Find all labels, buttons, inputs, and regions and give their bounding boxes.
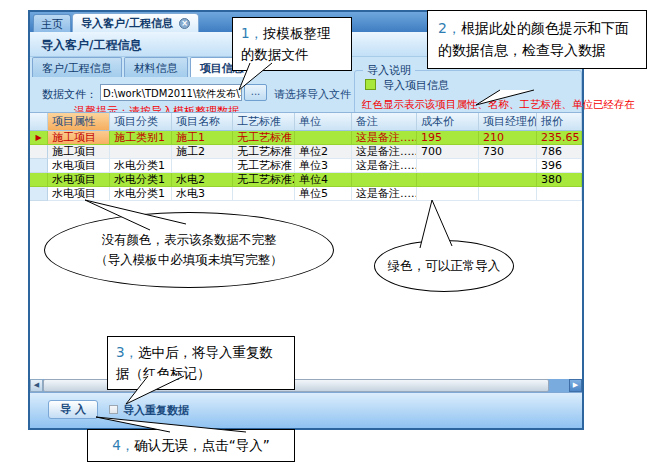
grid-cell[interactable]: 210 [479,131,537,145]
close-tab-icon[interactable]: × [179,18,190,29]
grid-cell[interactable]: 水电分类1 [110,173,172,187]
grid-cell[interactable]: 380 [537,173,582,187]
row-selector[interactable] [30,173,48,187]
tab-import-customer-info[interactable]: 导入客户/工程信息 × [72,13,199,32]
grid-cell[interactable]: 单位3 [295,159,352,173]
table-row[interactable]: 水电项目水电分类1水电2无工艺标准2单位4380 [30,173,582,187]
callout-step2: 2，根据此处的颜色提示和下面的数据信息，检查导入数据 [427,10,647,69]
footer-bar: 导 入 导入重复数据 [30,392,582,428]
row-selector[interactable] [30,159,48,173]
grid-cell[interactable]: 这是备注…...3 [352,159,417,173]
grid-cell[interactable] [537,187,582,201]
no-color-line1: 没有颜色，表示该条数据不完整 [102,230,277,250]
browse-button[interactable]: ... [244,84,267,101]
import-duplicates-checkbox[interactable] [109,405,118,414]
grid-cell[interactable]: 786 [537,145,582,159]
callout-step3: 3，选中后，将导入重复数据（红色标记） [107,336,295,390]
grid-cell[interactable]: 无工艺标准 [233,159,295,173]
select-all-corner[interactable] [30,113,48,131]
grid-cell[interactable]: 235.65 [537,131,582,145]
column-header[interactable]: 成本价 [417,113,479,131]
row-selector[interactable] [30,187,48,201]
grid-cell[interactable]: 单位2 [295,145,352,159]
data-file-label: 数据文件： [42,87,97,102]
grid-cell[interactable]: 195 [417,131,479,145]
callout-step3-text: 选中后，将导入重复数据（红色标记） [116,344,273,381]
grid-cell[interactable]: 无工艺标准 [233,131,295,145]
grid-cell[interactable] [417,173,479,187]
file-hint-text: 请选择导入文件 [274,87,351,102]
grid-header-row: 项目属性项目分类项目名称工艺标准单位备注成本价项目经理价报价 [30,113,582,131]
import-button[interactable]: 导 入 [48,400,98,419]
table-row[interactable]: 施工项目施工2无工艺标准单位2这是备注…...2700730786 [30,145,582,159]
grid-cell[interactable] [417,187,479,201]
grid-body: ▶施工项目施工类别1施工1无工艺标准这是备注…...1195210235.65施… [30,131,582,201]
grid-cell[interactable] [479,159,537,173]
green-swatch-icon [365,79,376,90]
column-header[interactable]: 项目名称 [172,113,233,131]
row-selector-arrow-icon[interactable]: ▶ [30,131,48,145]
grid-cell[interactable]: 无工艺标准2 [233,173,295,187]
grid-cell[interactable] [110,145,172,159]
subtab-customer-project[interactable]: 客户/工程信息 [32,57,122,77]
callout-step2-text: 根据此处的颜色提示和下面的数据信息，检查导入数据 [438,20,629,58]
grid-cell[interactable]: 单位4 [295,173,352,187]
green-bubble-text: 绿色，可以正常导入 [388,256,501,276]
callout-step4: 4，确认无误，点击“导入” [87,429,295,462]
grid-cell[interactable] [479,173,537,187]
legend-red-note: 红色显示表示该项目属性、名称、工艺标准、单位已经存在 [362,98,635,112]
grid-cell[interactable]: 施工项目 [48,131,110,145]
callout-step1: 1，按模板整理的数据文件 [232,17,352,71]
grid-cell[interactable] [479,187,537,201]
column-header[interactable]: 项目经理价 [479,113,537,131]
grid-cell[interactable]: 水电分类1 [110,187,172,201]
grid-cell[interactable]: 396 [537,159,582,173]
grid-cell[interactable]: 这是备注…...5 [352,187,417,201]
row-selector[interactable] [30,145,48,159]
column-header[interactable]: 项目属性 [48,113,110,131]
column-header[interactable]: 工艺标准 [233,113,295,131]
grid-cell[interactable]: 730 [479,145,537,159]
grid-cell[interactable] [172,159,233,173]
grid-cell[interactable]: 700 [417,145,479,159]
callout-step2-number: 2， [438,20,461,36]
table-row[interactable]: ▶施工项目施工类别1施工1无工艺标准这是备注…...1195210235.65 [30,131,582,145]
tab-home[interactable]: 主页 [33,14,71,32]
sub-tab-bar: 客户/工程信息 材料信息 项目信息 [32,57,254,77]
column-header[interactable]: 项目分类 [110,113,172,131]
grid-cell[interactable] [352,173,417,187]
column-header[interactable]: 备注 [352,113,417,131]
table-row[interactable]: 水电项目水电分类1水电3单位5这是备注…...5 [30,187,582,201]
column-header[interactable]: 单位 [295,113,352,131]
grid-cell[interactable]: 水电项目 [48,173,110,187]
callout-no-color-bubble: 没有颜色，表示该条数据不完整 （导入模板中必填项未填写完整） [44,212,334,288]
import-legend-groupbox: 导入说明 导入项目信息 红色显示表示该项目属性、名称、工艺标准、单位已经存在 [354,70,582,114]
data-file-input[interactable]: D:\work\TDM2011\软件发布\导入数据模板\项 [100,84,242,101]
scroll-right-icon[interactable]: ▶ [569,379,582,392]
grid-cell[interactable]: 水电项目 [48,159,110,173]
grid-cell[interactable]: 这是备注…...1 [352,131,417,145]
tab-label: 导入客户/工程信息 [81,16,173,31]
grid-cell[interactable]: 水电项目 [48,187,110,201]
grid-cell[interactable]: 施工1 [172,131,233,145]
grid-cell[interactable]: 水电分类1 [110,159,172,173]
grid-cell[interactable] [295,131,352,145]
grid-cell[interactable]: 水电3 [172,187,233,201]
grid-cell[interactable] [233,187,295,201]
grid-cell[interactable]: 施工2 [172,145,233,159]
column-header[interactable]: 报价 [537,113,582,131]
callout-step4-text: 确认无误，点击“导入” [134,437,270,453]
grid-cell[interactable]: 单位5 [295,187,352,201]
callout-step4-number: 4， [112,437,134,453]
grid-cell[interactable]: 这是备注…...2 [352,145,417,159]
scroll-left-icon[interactable]: ◀ [30,379,43,392]
subtab-material[interactable]: 材料信息 [124,57,188,77]
grid-cell[interactable]: 无工艺标准 [233,145,295,159]
grid-cell[interactable]: 水电2 [172,173,233,187]
grid-cell[interactable]: 施工项目 [48,145,110,159]
callout-green-bubble: 绿色，可以正常导入 [374,240,514,292]
import-duplicates-label: 导入重复数据 [123,403,189,418]
grid-cell[interactable] [417,159,479,173]
table-row[interactable]: 水电项目水电分类1无工艺标准单位3这是备注…...3396 [30,159,582,173]
grid-cell[interactable]: 施工类别1 [110,131,172,145]
